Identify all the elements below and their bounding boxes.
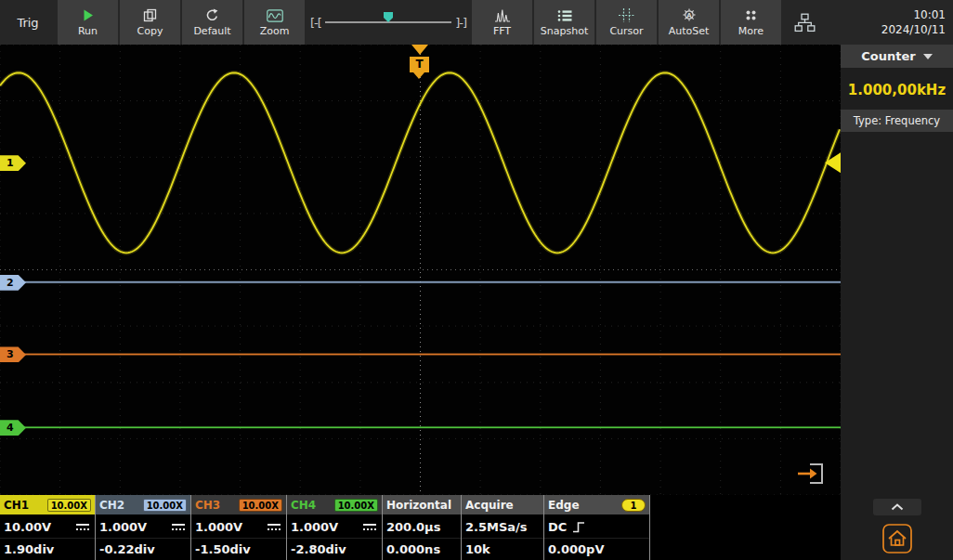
run-button[interactable]: Run — [58, 0, 118, 45]
measure-sidebar: Counter 1.000,00kHz Type: Frequency — [841, 45, 953, 560]
dc-coupling-icon — [76, 523, 89, 531]
ch3-marker-label: 3 — [7, 348, 14, 360]
dc-coupling-icon — [172, 523, 185, 531]
autoset-icon: A — [682, 7, 697, 22]
zoom-wave-icon — [267, 7, 283, 22]
probe-factor-badge: 10.00X — [47, 499, 91, 512]
vertical-offset: -2.80div — [291, 542, 346, 556]
snapshot-button[interactable]: Snapshot — [534, 0, 594, 45]
snapshot-label: Snapshot — [541, 25, 588, 37]
status-bar: CH1 10.00X 10.00V 1.90div CH2 10.00X 1.0… — [0, 495, 841, 560]
slider-track[interactable] — [325, 21, 451, 23]
cursor-icon — [619, 7, 634, 22]
dc-coupling-icon — [268, 523, 281, 531]
fft-icon — [494, 7, 511, 22]
ch3-offset-row: -1.50div — [191, 538, 286, 560]
trigger-flag[interactable]: T — [410, 57, 429, 72]
autoset-button[interactable]: A AutoSet — [659, 0, 719, 45]
svg-text:A: A — [686, 12, 692, 20]
memory-depth-row: 10k — [462, 538, 543, 560]
slider-right-bracket: ]-] — [455, 16, 466, 30]
counter-value: 1.000,00kHz — [841, 70, 953, 110]
copy-icon — [143, 7, 157, 22]
cursor-button[interactable]: Cursor — [596, 0, 657, 45]
delay-row: 0.000ns — [383, 538, 461, 560]
memory-depth-value: 10k — [465, 542, 490, 556]
vertical-scale: 10.00V — [4, 520, 51, 534]
fft-label: FFT — [493, 25, 511, 37]
ch1-offset-row: 1.90div — [0, 538, 95, 560]
display-column: T 1 2 3 4 CH1 10.00X 10.00V 1 — [0, 45, 841, 560]
horizontal-status-header: Horizontal — [383, 495, 461, 515]
ch3-scale-row: 1.000V — [191, 515, 286, 538]
copy-button[interactable]: Copy — [120, 0, 180, 45]
play-icon — [81, 7, 95, 22]
clock: 10:01 2024/10/11 — [881, 0, 953, 45]
rising-edge-icon — [572, 521, 585, 533]
clock-time: 10:01 — [913, 7, 946, 22]
more-button[interactable]: More — [721, 0, 781, 45]
ch1-status-tile[interactable]: CH1 10.00X 10.00V 1.90div — [0, 495, 96, 560]
trigger-status-header: Edge 1 — [544, 495, 649, 515]
top-toolbar: Trig Run Copy Default Zoom [-[ ]-] FFT — [0, 0, 953, 45]
channel-label: CH3 — [195, 499, 220, 512]
more-label: More — [738, 25, 764, 37]
trigger-level-value: 0.000pV — [548, 542, 605, 556]
fft-button[interactable]: FFT — [472, 0, 532, 45]
counter-dropdown[interactable]: Counter — [841, 45, 953, 68]
acquire-status-tile[interactable]: Acquire 2.5MSa/s 10k — [462, 495, 544, 560]
vertical-scale: 1.000V — [99, 520, 147, 534]
ch2-status-tile[interactable]: CH2 10.00X 1.000V -0.22div — [96, 495, 191, 560]
zoom-button[interactable]: Zoom — [244, 0, 305, 45]
trigger-source-badge: 1 — [621, 499, 646, 512]
ch1-marker-label: 1 — [7, 157, 14, 169]
ch2-offset-row: -0.22div — [96, 538, 190, 560]
trigger-coupling-row: DC — [544, 515, 649, 538]
chevron-down-icon — [923, 54, 933, 59]
ch2-scale-row: 1.000V — [96, 515, 190, 538]
waveform-display[interactable]: T 1 2 3 4 — [0, 45, 841, 495]
graticule-and-traces — [0, 45, 841, 495]
force-trigger-icon[interactable] — [796, 462, 826, 486]
default-button[interactable]: Default — [182, 0, 242, 45]
vertical-offset: 1.90div — [4, 542, 54, 556]
delay-value: 0.000ns — [386, 542, 440, 556]
ch4-status-tile[interactable]: CH4 10.00X 1.000V -2.80div — [287, 495, 383, 560]
trigger-position-marker[interactable] — [411, 45, 428, 55]
copy-label: Copy — [137, 25, 163, 37]
reset-icon — [205, 7, 219, 22]
chevron-up-icon — [891, 503, 904, 511]
collapse-up-button[interactable] — [873, 499, 921, 515]
ch3-status-tile[interactable]: CH3 10.00X 1.000V -1.50div — [191, 495, 287, 560]
counter-type: Type: Frequency — [841, 110, 953, 132]
vertical-scale: 1.000V — [291, 520, 338, 534]
ch4-status-header: CH4 10.00X — [287, 495, 382, 515]
cursor-label: Cursor — [609, 25, 643, 37]
ch4-offset-row: -2.80div — [287, 538, 382, 560]
channel-label: CH2 — [99, 499, 124, 512]
horizontal-position-slider[interactable]: [-[ ]-] — [307, 0, 470, 45]
horizontal-status-tile[interactable]: Horizontal 200.0µs 0.000ns — [383, 495, 462, 560]
dc-coupling-icon — [363, 523, 376, 531]
sample-rate-value: 2.5MSa/s — [465, 520, 528, 534]
run-label: Run — [78, 25, 98, 37]
timebase-value: 200.0µs — [386, 520, 440, 534]
trig-menu[interactable]: Trig — [0, 0, 56, 45]
sidebar-spacer — [841, 132, 953, 499]
slider-thumb-icon[interactable] — [384, 12, 393, 22]
trigger-status-tile[interactable]: Edge 1 DC 0.000pV — [544, 495, 650, 560]
acquire-label: Acquire — [465, 499, 514, 512]
home-button[interactable] — [881, 523, 913, 554]
timebase-row: 200.0µs — [383, 515, 461, 538]
zoom-label: Zoom — [260, 25, 290, 37]
ch4-marker-label: 4 — [7, 422, 14, 434]
trigger-coupling-value: DC — [548, 520, 567, 534]
clock-date: 2024/10/11 — [881, 22, 946, 37]
slider-left-bracket: [-[ — [310, 16, 321, 30]
ch1-scale-row: 10.00V — [0, 515, 95, 538]
content-row: T 1 2 3 4 CH1 10.00X 10.00V 1 — [0, 45, 953, 560]
default-label: Default — [193, 25, 230, 37]
lan-topology-icon[interactable] — [783, 0, 826, 45]
vertical-offset: -1.50div — [195, 542, 251, 556]
trigger-level-row: 0.000pV — [544, 538, 649, 560]
